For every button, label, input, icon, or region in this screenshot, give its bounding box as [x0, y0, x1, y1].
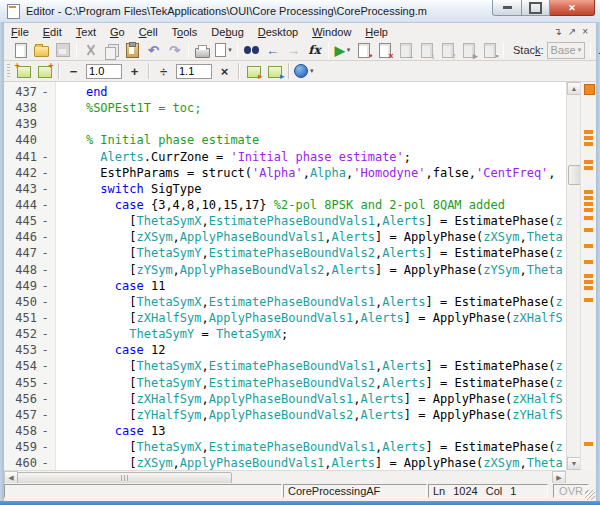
open-file-button[interactable]: [31, 41, 52, 59]
function-hints-button[interactable]: fx: [304, 41, 325, 59]
evaluate-cell-button[interactable]: [243, 62, 264, 80]
publish-button[interactable]: ▾: [293, 62, 315, 80]
code-analyzer-marker[interactable]: [584, 280, 593, 284]
menu-window[interactable]: Window: [305, 25, 358, 39]
menu-go[interactable]: Go: [103, 25, 132, 39]
function-browser-button[interactable]: fx: [594, 41, 600, 59]
insert-cell-dividers-button[interactable]: [34, 62, 55, 80]
code-analyzer-marker[interactable]: [584, 216, 593, 220]
find-button[interactable]: [241, 41, 262, 59]
gutter-line[interactable]: 446-: [4, 229, 55, 245]
code-analyzer-marker[interactable]: [584, 166, 593, 170]
line-number: 457: [4, 407, 37, 423]
menu-debug[interactable]: Debug: [204, 25, 250, 39]
insert-cell-divider-button[interactable]: [13, 62, 34, 80]
badge-icon: ↓: [431, 52, 436, 61]
run-button[interactable]: ▶▾: [332, 41, 353, 59]
gutter-line[interactable]: 458-: [4, 423, 55, 439]
print-options-button[interactable]: ▾: [213, 41, 234, 59]
code-analyzer-marker[interactable]: [584, 196, 593, 200]
code-analyzer-marker[interactable]: [584, 142, 593, 146]
redo-button[interactable]: ↷: [164, 41, 185, 59]
vertical-scrollbar[interactable]: ▲ ▼: [566, 82, 580, 470]
gutter-line[interactable]: 450-: [4, 294, 55, 310]
gutter-line[interactable]: 459-: [4, 439, 55, 455]
resize-grip[interactable]: [585, 490, 595, 500]
menu-tools[interactable]: Tools: [165, 25, 205, 39]
code-analyzer-marker[interactable]: [584, 442, 593, 446]
decrement-value-button[interactable]: −: [63, 62, 84, 80]
menu-edit[interactable]: Edit: [36, 25, 69, 39]
increment-value-input[interactable]: [86, 64, 122, 79]
code-analyzer-marker[interactable]: [584, 160, 593, 164]
menu-help[interactable]: Help: [358, 25, 395, 39]
print-button[interactable]: [192, 41, 213, 59]
code-analyzer-marker[interactable]: [584, 244, 593, 248]
gutter-line[interactable]: 443-: [4, 181, 55, 197]
horizontal-scrollbar[interactable]: ◀ ▶: [4, 470, 566, 483]
menu-file[interactable]: File: [4, 25, 36, 39]
code-analyzer-marker[interactable]: [584, 202, 593, 206]
close-document-icon[interactable]: ×: [582, 26, 588, 37]
clear-all-breakpoints-button[interactable]: ×: [374, 41, 395, 59]
evaluate-cell-advance-button[interactable]: [264, 62, 285, 80]
gutter-line[interactable]: 439: [4, 116, 55, 132]
gutter-line[interactable]: 460-: [4, 455, 55, 471]
code-analyzer-marker[interactable]: [584, 298, 593, 302]
cursor-position-indicator: Ln 1024 Col 1: [428, 484, 548, 498]
gutter-line[interactable]: 445-: [4, 213, 55, 229]
gutter-line[interactable]: 437-: [4, 84, 55, 100]
gutter-line[interactable]: 447-: [4, 245, 55, 261]
code-analyzer-marker[interactable]: [584, 274, 593, 278]
close-button[interactable]: ✕: [550, 0, 595, 16]
gutter-line[interactable]: 440: [4, 132, 55, 148]
line-number-gutter[interactable]: 437-438439440441-442-443-444-445-446-447…: [4, 82, 56, 470]
status-bar: CoreProcessingAF Ln 1024 Col 1 OVR: [4, 483, 596, 501]
gutter-line[interactable]: 441-: [4, 149, 55, 165]
undock-icon[interactable]: ↗: [568, 26, 576, 37]
code-analyzer-marker[interactable]: [584, 130, 593, 134]
toolbar-grip[interactable]: [7, 64, 10, 78]
go-back-button[interactable]: ←: [262, 41, 283, 59]
multiply-value-input[interactable]: [176, 64, 212, 79]
gutter-line[interactable]: 454-: [4, 358, 55, 374]
gutter-line[interactable]: 438: [4, 100, 55, 116]
code-editor[interactable]: end %SOPEst1T = toc; % Initial phase est…: [57, 82, 566, 470]
gutter-line[interactable]: 448-: [4, 262, 55, 278]
restore-button[interactable]: [522, 0, 550, 16]
code-line: [zXHalfSym,ApplyPhaseBoundVals1,Alerts] …: [57, 391, 566, 407]
gutter-line[interactable]: 444-: [4, 197, 55, 213]
code-analyzer-marker[interactable]: [584, 136, 593, 140]
code-analyzer-marker-bar[interactable]: [580, 82, 596, 470]
scroll-up-arrow-icon[interactable]: ▲: [567, 82, 581, 95]
dock-arrow-icon[interactable]: ↴: [553, 26, 561, 37]
code-analyzer-marker[interactable]: [584, 190, 593, 194]
scroll-down-arrow-icon[interactable]: ▼: [567, 457, 581, 470]
gutter-line[interactable]: 452-: [4, 326, 55, 342]
minimize-button[interactable]: [492, 0, 522, 16]
gutter-line[interactable]: 457-: [4, 407, 55, 423]
menu-text[interactable]: Text: [69, 25, 103, 39]
gutter-line[interactable]: 442-: [4, 165, 55, 181]
paste-button[interactable]: [122, 41, 143, 59]
set-clear-breakpoint-button[interactable]: •: [353, 41, 374, 59]
code-analyzer-marker[interactable]: [584, 208, 593, 212]
menu-desktop[interactable]: Desktop: [251, 25, 305, 39]
code-analyzer-marker[interactable]: [584, 286, 593, 290]
go-forward-button: →: [283, 41, 304, 59]
code-analyzer-marker[interactable]: [584, 228, 593, 232]
multiply-value-button[interactable]: ×: [214, 62, 235, 80]
gutter-line[interactable]: 456-: [4, 391, 55, 407]
increment-value-button[interactable]: +: [124, 62, 145, 80]
divide-value-button[interactable]: ÷: [153, 62, 174, 80]
undo-button[interactable]: ↶: [143, 41, 164, 59]
gutter-line[interactable]: 449-: [4, 278, 55, 294]
badge-icon: ▪: [495, 52, 498, 61]
code-analyzer-indicator[interactable]: [584, 84, 595, 95]
gutter-line[interactable]: 455-: [4, 375, 55, 391]
gutter-line[interactable]: 453-: [4, 342, 55, 358]
new-script-button[interactable]: [10, 41, 31, 59]
code-analyzer-marker[interactable]: [584, 260, 593, 264]
gutter-line[interactable]: 451-: [4, 310, 55, 326]
menu-cell[interactable]: Cell: [132, 25, 165, 39]
